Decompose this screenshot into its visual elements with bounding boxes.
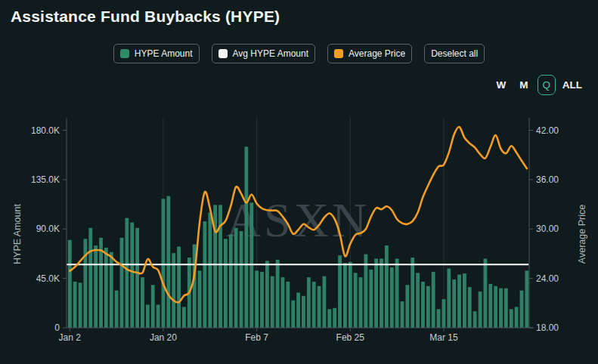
page-title: Assistance Fund Buybacks (HYPE)	[11, 8, 280, 26]
bar-feb-2[interactable]	[229, 235, 233, 328]
bar-mar-13[interactable]	[432, 272, 435, 328]
bar-jan-11[interactable]	[115, 291, 119, 328]
bar-jan-2[interactable]	[68, 240, 72, 328]
bar-jan-28[interactable]	[203, 221, 207, 328]
bar-feb-22[interactable]	[333, 308, 336, 328]
bar-feb-4[interactable]	[240, 231, 243, 328]
range-button-w[interactable]: W	[492, 75, 510, 95]
bar-feb-21[interactable]	[327, 309, 331, 328]
range-button-m[interactable]: M	[515, 75, 533, 95]
y-right-tick-label: 30.00	[536, 224, 559, 234]
bar-mar-8[interactable]	[405, 285, 409, 328]
bar-mar-15[interactable]	[442, 299, 446, 328]
bar-mar-31[interactable]	[525, 270, 528, 328]
bar-feb-8[interactable]	[260, 272, 264, 328]
bar-jan-21[interactable]	[166, 196, 170, 328]
bar-feb-10[interactable]	[271, 276, 274, 328]
bar-feb-18[interactable]	[312, 282, 316, 328]
bar-mar-18[interactable]	[457, 275, 461, 328]
bar-feb-1[interactable]	[224, 239, 228, 328]
bar-mar-12[interactable]	[426, 286, 430, 328]
bar-mar-19[interactable]	[463, 273, 466, 328]
bar-mar-14[interactable]	[437, 309, 441, 328]
bar-feb-12[interactable]	[281, 277, 285, 328]
bar-feb-27[interactable]	[359, 277, 363, 328]
bar-feb-16[interactable]	[302, 296, 305, 328]
legend-button-average-price[interactable]: Average Price	[327, 44, 412, 63]
bar-mar-2[interactable]	[374, 258, 378, 328]
bar-jan-7[interactable]	[94, 245, 98, 328]
bar-mar-3[interactable]	[380, 258, 383, 328]
x-tick-label: Jan 2	[59, 332, 82, 343]
bar-jan-31[interactable]	[218, 205, 222, 328]
bar-mar-27[interactable]	[504, 288, 508, 328]
bar-mar-24[interactable]	[488, 284, 492, 328]
y-axis-label-right: Average Price	[577, 195, 587, 273]
legend: HYPE AmountAvg HYPE AmountAverage PriceD…	[0, 44, 598, 63]
bar-mar-7[interactable]	[401, 301, 404, 328]
bar-jan-29[interactable]	[208, 212, 212, 328]
legend-button-avg-hype-amount[interactable]: Avg HYPE Amount	[212, 44, 316, 63]
bar-mar-28[interactable]	[510, 309, 513, 328]
bar-jan-19[interactable]	[156, 304, 160, 328]
bar-mar-9[interactable]	[411, 258, 414, 328]
legend-label: Average Price	[349, 48, 405, 59]
bar-feb-14[interactable]	[291, 301, 295, 328]
bar-jan-10[interactable]	[110, 252, 113, 328]
bar-jan-12[interactable]	[120, 238, 124, 328]
bar-mar-6[interactable]	[395, 258, 399, 328]
bar-feb-7[interactable]	[255, 270, 259, 328]
bar-feb-17[interactable]	[307, 277, 311, 328]
bar-mar-25[interactable]	[494, 286, 497, 328]
bar-jan-15[interactable]	[135, 228, 139, 328]
bar-feb-24[interactable]	[343, 263, 347, 328]
bar-jan-6[interactable]	[88, 228, 92, 328]
legend-button-hype-amount[interactable]: HYPE Amount	[113, 44, 200, 63]
y-right-tick-label: 42.00	[536, 125, 559, 136]
bar-jan-13[interactable]	[125, 218, 129, 328]
bar-mar-20[interactable]	[468, 287, 472, 328]
bar-jan-3[interactable]	[73, 282, 77, 328]
bar-jan-18[interactable]	[151, 285, 155, 328]
bar-mar-1[interactable]	[369, 270, 373, 328]
bar-feb-9[interactable]	[265, 261, 269, 328]
bar-feb-25[interactable]	[349, 262, 352, 328]
bar-mar-4[interactable]	[385, 245, 389, 328]
bar-mar-30[interactable]	[520, 291, 524, 328]
bar-jan-17[interactable]	[146, 304, 150, 328]
bar-feb-11[interactable]	[276, 260, 280, 328]
bar-feb-5[interactable]	[244, 147, 248, 328]
bar-jan-4[interactable]	[79, 282, 82, 328]
bar-mar-22[interactable]	[479, 292, 482, 328]
bar-jan-20[interactable]	[162, 199, 166, 328]
bar-mar-29[interactable]	[515, 307, 519, 328]
bar-feb-23[interactable]	[338, 255, 342, 328]
bar-mar-17[interactable]	[452, 279, 456, 328]
legend-swatch	[120, 49, 129, 58]
bar-mar-26[interactable]	[499, 288, 503, 328]
y-left-tick-label: 45.0K	[36, 273, 60, 284]
bar-mar-5[interactable]	[390, 267, 394, 328]
bar-jan-24[interactable]	[182, 307, 186, 328]
bar-feb-3[interactable]	[234, 228, 238, 328]
bar-mar-23[interactable]	[484, 258, 488, 328]
bar-feb-13[interactable]	[286, 282, 290, 328]
range-button-q[interactable]: Q	[538, 75, 556, 95]
bar-feb-26[interactable]	[354, 273, 358, 328]
bar-jan-16[interactable]	[141, 277, 144, 328]
bar-mar-10[interactable]	[416, 273, 420, 328]
bar-jan-5[interactable]	[84, 239, 88, 328]
bar-mar-21[interactable]	[473, 311, 477, 328]
bar-mar-11[interactable]	[421, 282, 425, 328]
bar-mar-16[interactable]	[447, 269, 451, 328]
x-tick-label: Feb 25	[336, 332, 365, 343]
bar-feb-15[interactable]	[296, 293, 300, 328]
legend-button-deselect-all[interactable]: Deselect all	[424, 44, 485, 63]
bar-jan-27[interactable]	[198, 270, 202, 328]
bar-jan-14[interactable]	[130, 223, 134, 328]
bar-jan-9[interactable]	[104, 248, 108, 328]
bar-feb-19[interactable]	[318, 286, 321, 328]
range-button-all[interactable]: ALL	[560, 75, 584, 95]
bar-feb-20[interactable]	[323, 276, 327, 328]
bar-jan-23[interactable]	[177, 246, 181, 328]
